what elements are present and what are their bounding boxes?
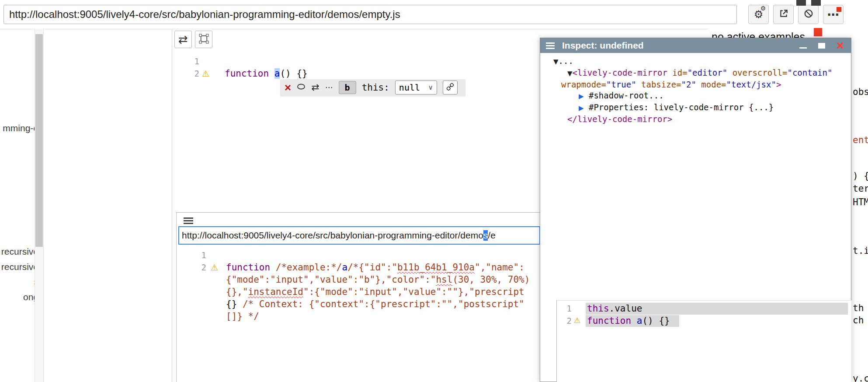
bottom-editor-code[interactable]: function /*example:*/a/*{"id":"b11b_64b1… — [226, 261, 539, 322]
warning-icon[interactable]: ⚠ — [211, 263, 218, 272]
line-number: 2 — [185, 261, 206, 273]
mini-editor-gutter: 1 2 — [560, 302, 572, 327]
update-indicator-badge — [837, 7, 841, 12]
clipped-text-fragment: ch — [853, 315, 864, 326]
clipped-text-fragment: obs — [853, 87, 868, 97]
open-external-button[interactable] — [773, 5, 794, 24]
window-control-square[interactable] — [796, 0, 806, 6]
tree-properties-row[interactable]: ▶ #Properties: lively-code-mirror {...} — [540, 102, 851, 114]
module-url-input[interactable]: http://localhost:9005/lively4-core/src/b… — [178, 226, 540, 245]
mini-editor-line: this.value — [587, 302, 642, 315]
selection-frame-icon — [199, 34, 209, 46]
inspect-titlebar[interactable]: Inspect: undefined × — [540, 38, 851, 53]
clipped-text-fragment: ) { — [853, 171, 868, 181]
clipped-list-item[interactable]: s — [0, 277, 38, 287]
block-icon — [804, 9, 813, 20]
line-number: 1 — [560, 302, 572, 315]
clipped-text-fragment: HTM — [853, 197, 868, 207]
this-label: this: — [362, 82, 389, 93]
swap-arrows-icon: ⇄ — [178, 33, 188, 46]
annotation-frame-button[interactable] — [195, 31, 212, 48]
toggle-oval-icon[interactable] — [297, 84, 306, 91]
url-text: http://localhost:9005/lively4-core/src/b… — [182, 230, 483, 241]
code-visual-line: function /*example:*/a/*{"id":"b11b_64b1… — [226, 261, 539, 273]
vertical-scrollbar-thumb[interactable] — [35, 34, 43, 247]
dropdown-value: null — [399, 82, 420, 93]
window-menu-icon[interactable] — [546, 41, 555, 50]
window-control-square[interactable] — [811, 0, 821, 6]
address-bar-input[interactable] — [3, 5, 737, 24]
settings-button[interactable]: ⚙ ⚙ — [748, 5, 769, 24]
code-visual-line: {} /* Context: {"context":{"prescript":"… — [226, 298, 539, 310]
swap-probe-icon[interactable]: ⇄ — [311, 83, 319, 92]
line-number: 1 — [181, 55, 199, 67]
close-window-icon[interactable]: × — [837, 39, 844, 52]
tree-element-row-wrap: wrapmode="true" tabsize="2" mode="text/j… — [540, 79, 851, 90]
top-editor-code-line[interactable]: function a() {} — [225, 67, 308, 80]
swap-view-button[interactable]: ⇄ — [174, 31, 192, 48]
line-number: 2 — [560, 315, 572, 327]
tree-root-row[interactable]: ▼... — [540, 56, 851, 67]
chevron-down-icon: ∨ — [428, 84, 433, 91]
warning-icon[interactable]: ⚠ — [202, 69, 209, 78]
clipped-text-fragment: ter — [853, 183, 868, 194]
line-number: 2 — [181, 67, 199, 80]
more-options-button[interactable]: ⋯ — [823, 5, 844, 24]
close-probe-icon[interactable]: × — [285, 82, 291, 93]
clipped-list-item[interactable]: ong — [0, 292, 38, 302]
content-divider — [0, 29, 708, 29]
clipped-list-item[interactable]: recursive — [0, 246, 38, 257]
warning-icon[interactable]: ⚠ — [574, 316, 580, 325]
probe-widget: × ⇄ ⋯ b this: null ∨ — [280, 79, 465, 96]
clipped-text-fragment: t.i — [853, 245, 868, 256]
example-b-button[interactable]: b — [339, 81, 356, 94]
line-number: 1 — [185, 249, 206, 261]
hamburger-menu-icon[interactable] — [184, 216, 193, 225]
clipped-text-fragment: th — [853, 303, 864, 313]
link-reference-button[interactable] — [443, 81, 458, 95]
clipped-text-fragment: y.c — [853, 373, 868, 382]
block-button[interactable] — [798, 5, 819, 24]
bottom-pane-left-border — [176, 212, 177, 382]
mini-editor-line: function a() {} — [587, 315, 670, 327]
url-selected-char: s — [483, 230, 488, 241]
tree-closing-tag-row: </lively-code-mirror> — [540, 114, 851, 125]
code-visual-line: {},"instanceId":{"mode":"input","value":… — [226, 286, 539, 298]
bottom-pane-top-border — [176, 212, 540, 213]
tree-shadow-root-row[interactable]: ▶ #shadow-root... — [540, 90, 851, 102]
this-value-dropdown[interactable]: null ∨ — [395, 81, 437, 95]
bottom-editor-gutter: 1 2 — [185, 249, 206, 273]
code-visual-line: {"mode":"input","value":"b"},"color":"hs… — [226, 273, 539, 286]
gears-icon: ⚙ ⚙ — [754, 8, 764, 21]
minimize-icon[interactable] — [799, 47, 807, 49]
clipped-list-item[interactable]: mming-e — [0, 123, 38, 133]
code-visual-line: []} */ — [226, 310, 539, 322]
external-link-icon — [779, 9, 788, 20]
inspect-window-title: Inspect: undefined — [562, 40, 644, 51]
clipped-text-fragment: ent — [853, 135, 868, 145]
clipped-list-item[interactable]: recursive — [0, 262, 38, 272]
top-editor-gutter: 1 2 — [181, 55, 199, 80]
probe-more-icon[interactable]: ⋯ — [325, 84, 333, 91]
pane-divider — [172, 29, 172, 382]
maximize-icon[interactable] — [818, 43, 825, 49]
status-marker-square — [814, 28, 822, 36]
tree-element-row[interactable]: ▼<lively-code-mirror id="editor" overscr… — [540, 67, 851, 79]
url-text-after: /e — [488, 230, 496, 241]
lively4-workspace: ⚙ ⚙ ⋯ no active examples mming-e recursi… — [0, 0, 868, 382]
chain-link-icon — [446, 83, 454, 92]
